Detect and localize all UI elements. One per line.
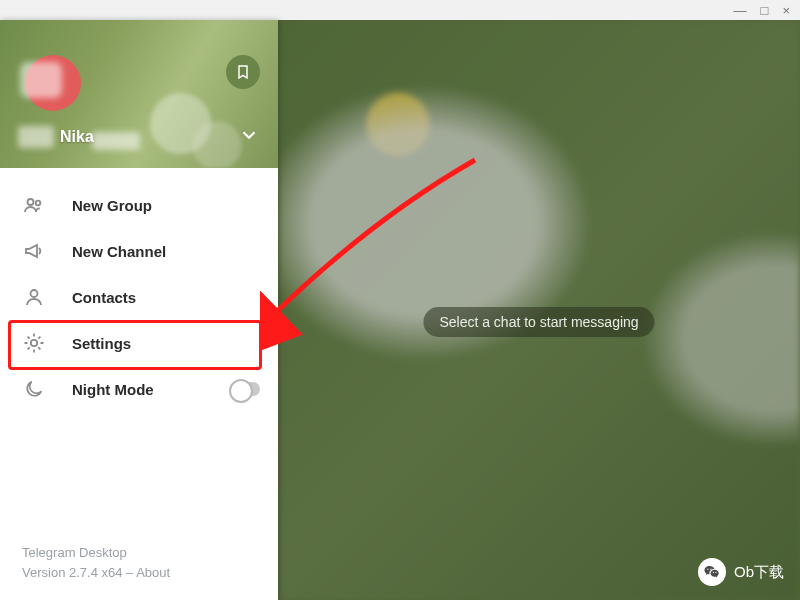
svg-point-3: [31, 340, 37, 346]
redacted-overlay: [92, 132, 140, 150]
username-label: Nika: [60, 128, 94, 146]
menu-item-contacts[interactable]: Contacts: [0, 274, 278, 320]
night-mode-toggle[interactable]: [230, 382, 260, 396]
sidebar: Nika New Group: [0, 20, 278, 600]
version-label[interactable]: Version 2.7.4 x64 – About: [22, 563, 170, 583]
chevron-down-icon: [238, 124, 260, 146]
sidebar-header: Nika: [0, 20, 278, 168]
svg-point-1: [36, 201, 41, 206]
menu-label: Contacts: [72, 289, 136, 306]
gear-icon: [22, 331, 46, 355]
app-window: Nika New Group: [0, 20, 800, 600]
moon-icon: [22, 377, 46, 401]
svg-point-2: [31, 290, 38, 297]
title-bar: — □ ×: [0, 0, 800, 20]
wechat-icon: [698, 558, 726, 586]
menu-label: Night Mode: [72, 381, 154, 398]
menu-label: New Channel: [72, 243, 166, 260]
menu-item-night-mode[interactable]: Night Mode: [0, 366, 278, 412]
watermark-text: Ob下载: [734, 563, 784, 582]
menu-label: Settings: [72, 335, 131, 352]
app-name-label: Telegram Desktop: [22, 543, 170, 563]
redacted-overlay: [18, 126, 54, 148]
menu-label: New Group: [72, 197, 152, 214]
menu-item-new-channel[interactable]: New Channel: [0, 228, 278, 274]
minimize-button[interactable]: —: [734, 4, 747, 17]
empty-state-message: Select a chat to start messaging: [423, 307, 654, 337]
sidebar-menu: New Group New Channel Contacts: [0, 168, 278, 412]
close-button[interactable]: ×: [782, 4, 790, 17]
person-icon: [22, 285, 46, 309]
redacted-overlay: [20, 62, 62, 98]
watermark: Ob下载: [698, 558, 784, 586]
chat-area: Select a chat to start messaging Ob下载: [278, 20, 800, 600]
group-icon: [22, 193, 46, 217]
sidebar-footer: Telegram Desktop Version 2.7.4 x64 – Abo…: [22, 543, 170, 582]
maximize-button[interactable]: □: [761, 4, 769, 17]
megaphone-icon: [22, 239, 46, 263]
svg-point-0: [28, 199, 34, 205]
saved-messages-button[interactable]: [226, 55, 260, 89]
account-expand-button[interactable]: [238, 124, 260, 146]
menu-item-settings[interactable]: Settings: [0, 320, 278, 366]
menu-item-new-group[interactable]: New Group: [0, 182, 278, 228]
bookmark-icon: [235, 64, 251, 80]
